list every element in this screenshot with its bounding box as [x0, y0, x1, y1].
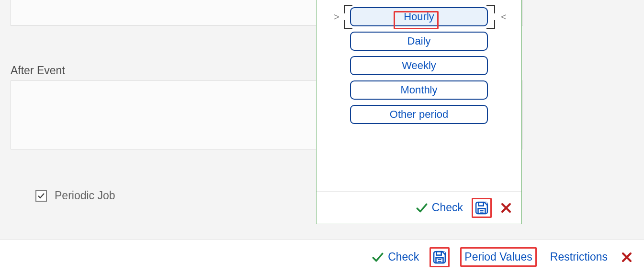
svg-rect-7: [436, 258, 443, 263]
svg-rect-1: [479, 202, 484, 206]
svg-rect-2: [478, 208, 486, 214]
option-row-monthly: Monthly: [316, 80, 521, 100]
svg-rect-6: [437, 251, 441, 255]
period-option-label: Daily: [407, 35, 431, 47]
period-option-weekly[interactable]: Weekly: [350, 56, 488, 75]
period-option-label: Other period: [390, 108, 448, 121]
period-option-hourly[interactable]: Hourly: [350, 7, 488, 26]
period-option-monthly[interactable]: Monthly: [350, 80, 488, 100]
popup-footer: Check: [316, 191, 521, 224]
checkmark-icon: [416, 202, 428, 214]
restrictions-button[interactable]: Restrictions: [547, 249, 610, 265]
after-event-label: After Event: [11, 64, 65, 77]
checkmark-icon: [372, 251, 384, 263]
period-option-label: Monthly: [400, 84, 437, 96]
focus-bracket: [486, 5, 495, 13]
selection-indicator-right: <: [501, 11, 507, 23]
periodic-job-row: Periodic Job: [35, 189, 115, 202]
footer-check-button[interactable]: Check: [372, 251, 419, 263]
selection-indicator-left: >: [334, 11, 339, 23]
popup-save-button[interactable]: [472, 198, 492, 218]
popup-check-button[interactable]: Check: [416, 201, 463, 214]
option-row-other: Other period: [316, 105, 521, 124]
periodic-job-label: Periodic Job: [55, 189, 115, 202]
period-option-label: Weekly: [402, 59, 436, 72]
periodic-job-checkbox[interactable]: [35, 190, 47, 202]
option-row-weekly: Weekly: [316, 56, 521, 75]
popup-check-label: Check: [432, 201, 463, 214]
period-option-other[interactable]: Other period: [350, 105, 488, 124]
period-option-daily[interactable]: Daily: [350, 32, 488, 51]
focus-bracket: [344, 5, 352, 13]
period-option-label: Hourly: [404, 11, 434, 23]
focus-bracket: [486, 20, 495, 29]
option-row-daily: Daily: [316, 32, 521, 51]
save-icon: [475, 201, 489, 215]
period-values-popup: > Hourly < Daily Weekly Monthly: [316, 0, 522, 224]
close-icon[interactable]: [621, 251, 633, 263]
footer-save-button[interactable]: [429, 247, 450, 267]
page-footer-toolbar: Check Period Values Restrictions: [0, 240, 644, 274]
save-icon: [432, 250, 447, 264]
option-row-hourly: > Hourly <: [316, 7, 521, 26]
footer-check-label: Check: [388, 251, 419, 263]
period-options-list: > Hourly < Daily Weekly Monthly: [316, 0, 521, 124]
focus-bracket: [344, 20, 352, 29]
checkmark-icon: [37, 192, 45, 200]
close-icon[interactable]: [500, 202, 512, 214]
period-values-button[interactable]: Period Values: [460, 247, 537, 267]
